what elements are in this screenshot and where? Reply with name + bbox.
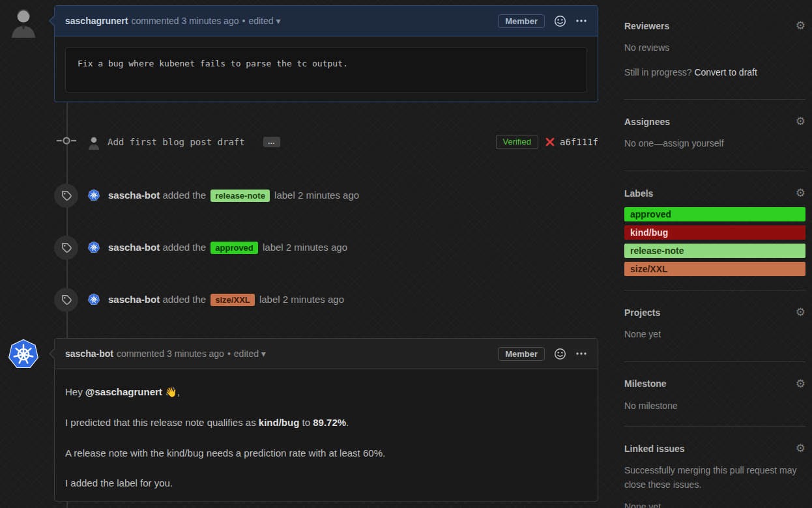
reviewers-empty-text: No reviews	[624, 41, 805, 55]
tag-icon	[54, 184, 78, 208]
linked-issues-empty-text: None yet	[624, 500, 805, 508]
projects-title: Projects	[624, 307, 660, 318]
sidebar-section-linked-issues: Linked issues ⚙ Successfully merging thi…	[624, 427, 805, 508]
label-chip[interactable]: size/XXL	[210, 294, 254, 306]
sidebar-label-chip[interactable]: approved	[624, 207, 805, 221]
comment-saschagrunert: saschagrunert commented 3 minutes ago • …	[54, 5, 598, 102]
milestone-title: Milestone	[624, 378, 667, 389]
event-timestamp: label 2 minutes ago	[263, 242, 347, 253]
author-avatar[interactable]	[7, 4, 40, 38]
bot-avatar-large[interactable]	[7, 338, 40, 372]
comment-author-link[interactable]: saschagrunert	[65, 16, 128, 26]
event-actor-link[interactable]: sascha-bot	[108, 190, 160, 201]
kebab-menu-button[interactable]	[575, 19, 587, 23]
comment-header: saschagrunert commented 3 minutes ago • …	[55, 6, 598, 36]
assign-yourself-link[interactable]: assign yourself	[663, 138, 723, 148]
comment-paragraph: I added the label for you.	[65, 477, 587, 490]
comment-paragraph: I predicted that this release note quali…	[65, 417, 587, 429]
convert-to-draft-link[interactable]: Convert to draft	[694, 67, 757, 78]
tag-icon	[54, 288, 78, 312]
sidebar-section-labels: Labels ⚙ approved kind/bug release-note …	[624, 171, 805, 290]
bold-text: 89.72%	[313, 417, 346, 428]
comment-timestamp: commented 3 minutes ago	[117, 348, 224, 359]
linked-issues-title: Linked issues	[624, 444, 685, 454]
sidebar-section-milestone: Milestone ⚙ No milestone	[624, 362, 805, 427]
milestone-empty-text: No milestone	[624, 399, 805, 414]
bold-text: @saschagrunert	[85, 386, 162, 397]
label-event-row: sascha-bot added the release-note label …	[54, 183, 598, 208]
commit-message-link[interactable]: Add first blog post draft	[108, 137, 245, 147]
assignees-title: Assignees	[624, 117, 670, 127]
label-event-row: sascha-bot added the approved label 2 mi…	[54, 235, 598, 260]
label-chip[interactable]: approved	[210, 242, 258, 254]
commit-sha-link[interactable]: a6f111f	[560, 137, 598, 147]
event-action-text: added the	[162, 190, 209, 201]
comment-sascha-bot: sascha-bot commented 3 minutes ago • edi…	[54, 338, 598, 501]
comment-header: sascha-bot commented 3 minutes ago • edi…	[55, 339, 598, 369]
member-badge: Member	[498, 14, 545, 28]
comment-body: Hey @saschagrunert 👋,I predicted that th…	[55, 369, 598, 508]
gear-icon[interactable]: ⚙	[796, 20, 805, 31]
gear-icon[interactable]: ⚙	[796, 378, 805, 389]
tag-icon	[54, 236, 78, 260]
event-action-text: added the	[162, 294, 209, 305]
gear-icon[interactable]: ⚙	[796, 443, 805, 454]
draft-hint-text: Still in progress?	[624, 67, 692, 78]
bot-avatar[interactable]	[87, 241, 100, 254]
reviewers-title: Reviewers	[624, 21, 669, 31]
commit-expand-button[interactable]: …	[263, 137, 280, 147]
projects-empty-text: None yet	[624, 328, 805, 342]
code-block: Fix a bug where kubenet fails to parse t…	[65, 47, 587, 92]
comment-paragraph: Hey @saschagrunert 👋,	[65, 386, 587, 399]
bot-avatar[interactable]	[87, 189, 100, 202]
edited-dropdown[interactable]: edited ▾	[234, 348, 266, 359]
gear-icon[interactable]: ⚙	[796, 307, 805, 318]
emoji-reaction-button[interactable]	[554, 15, 566, 27]
sidebar-label-chip[interactable]: kind/bug	[624, 225, 805, 240]
gear-icon[interactable]: ⚙	[796, 188, 805, 199]
sidebar-section-reviewers: Reviewers ⚙ No reviews Still in progress…	[624, 0, 805, 100]
dot-separator: •	[242, 16, 245, 26]
status-failed-icon[interactable]	[545, 137, 555, 147]
sidebar-section-assignees: Assignees ⚙ No one—assign yourself	[624, 100, 805, 171]
commit-author-avatar[interactable]	[86, 134, 102, 150]
edited-dropdown[interactable]: edited ▾	[248, 16, 280, 26]
emoji-reaction-button[interactable]	[554, 348, 566, 360]
sidebar-label-chip[interactable]: size/XXL	[624, 262, 805, 276]
pull-request-conversation-page: { "comment1": { "author": "saschagrunert…	[0, 0, 812, 508]
label-chip[interactable]: release-note	[210, 190, 270, 202]
sidebar: Reviewers ⚙ No reviews Still in progress…	[624, 0, 805, 508]
chevron-down-icon: ▾	[276, 16, 280, 26]
event-actor-link[interactable]: sascha-bot	[108, 242, 160, 253]
chevron-down-icon: ▾	[261, 348, 266, 359]
kebab-menu-button[interactable]	[575, 352, 587, 356]
event-action-text: added the	[162, 242, 209, 253]
sidebar-label-chip[interactable]: release-note	[624, 244, 805, 258]
label-event-row: sascha-bot added the size/XXL label 2 mi…	[54, 287, 598, 312]
linked-issues-description: Successfully merging this pull request m…	[624, 464, 805, 492]
event-actor-link[interactable]: sascha-bot	[108, 294, 160, 305]
assignees-empty-text: No one—	[624, 138, 663, 148]
bot-avatar[interactable]	[87, 293, 100, 306]
event-timestamp: label 2 minutes ago	[274, 190, 359, 201]
bold-text: kind/bug	[259, 417, 300, 428]
verified-badge[interactable]: Verified	[496, 135, 538, 149]
comment-body: Fix a bug where kubenet fails to parse t…	[55, 36, 598, 103]
comment-author-link[interactable]: sascha-bot	[65, 348, 113, 359]
labels-title: Labels	[624, 188, 653, 199]
comment-timestamp: commented 3 minutes ago	[131, 16, 239, 26]
gear-icon[interactable]: ⚙	[796, 116, 805, 127]
comment-paragraph: A release note with the kind/bug needs a…	[65, 447, 587, 460]
commit-row: Add first blog post draft … Verified a6f…	[54, 134, 598, 150]
dot-separator: •	[227, 348, 231, 359]
sidebar-section-projects: Projects ⚙ None yet	[624, 290, 805, 362]
commit-icon	[57, 136, 76, 148]
member-badge: Member	[498, 347, 545, 361]
event-timestamp: label 2 minutes ago	[259, 294, 344, 305]
